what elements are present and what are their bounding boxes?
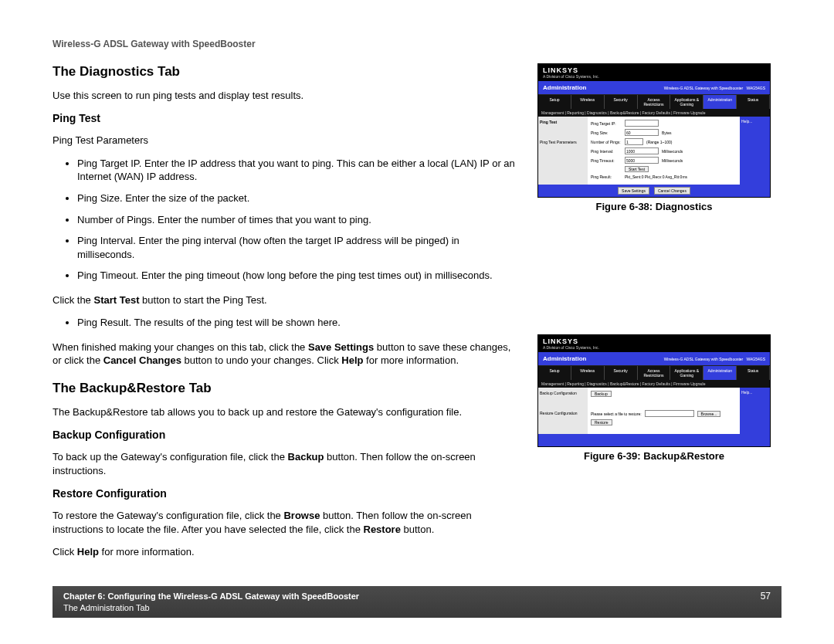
section-label: Administration — [543, 84, 586, 91]
ping-target-input[interactable] — [625, 120, 659, 127]
u: (Range 1~100) — [646, 140, 673, 144]
br-form: Backup Please select a file to restore:B… — [588, 388, 740, 434]
lbl: Ping Interval: — [591, 149, 622, 154]
tab-apps[interactable]: Applications & Gaming — [670, 95, 703, 109]
tab-wireless[interactable]: Wireless — [571, 95, 605, 109]
ping-bullets-2: Ping Result. The results of the ping tes… — [53, 316, 516, 330]
t: Cancel Changes — [103, 354, 181, 366]
save-settings-button[interactable]: Save Settings — [618, 187, 649, 195]
restore-file-input[interactable] — [645, 410, 694, 417]
panel-subtabs: Management | Reporting | Diagnostics | B… — [538, 109, 770, 117]
section-label: Administration — [543, 355, 586, 362]
t: Browse — [283, 510, 320, 521]
side-label: Backup Configuration — [540, 391, 586, 395]
panel-sidebar: Ping Test Ping Test Parameters — [538, 117, 588, 185]
tab-security[interactable]: Security — [605, 95, 638, 109]
ping-num-input[interactable] — [625, 138, 643, 145]
bullet: Ping Result. The results of the ping tes… — [77, 316, 516, 330]
t: To back up the Gateway's configuration f… — [53, 451, 288, 463]
tab-access[interactable]: Access Restrictions — [638, 95, 671, 109]
tab-status[interactable]: Status — [737, 95, 770, 109]
side-column: LINKSYS A Division of Cisco Systems, Inc… — [537, 63, 771, 568]
help-panel: Help... — [740, 388, 770, 434]
tab-wireless[interactable]: Wireless — [571, 366, 605, 380]
t: button to undo your changes. Click — [181, 354, 341, 366]
backup-button[interactable]: Backup — [591, 391, 612, 397]
tab-security[interactable]: Security — [605, 366, 638, 380]
ping-test-heading: Ping Test — [53, 111, 516, 126]
gw-name: Wireless-G ADSL Gateway with Speedbooste… — [664, 86, 744, 90]
u: Bytes — [662, 130, 672, 135]
ping-timeout-input[interactable] — [625, 157, 659, 164]
side-label: Restore Configuration — [540, 411, 586, 415]
tab-apps[interactable]: Applications & Gaming — [670, 366, 703, 380]
t: for more information. — [363, 354, 459, 366]
t: button. — [401, 524, 434, 535]
linksys-sub: A Division of Cisco Systems, Inc. — [543, 74, 765, 79]
ping-bullets-1: Ping Target IP. Enter the IP address tha… — [53, 157, 516, 283]
diagnostics-panel: LINKSYS A Division of Cisco Systems, Inc… — [537, 63, 771, 198]
diag-intro: Use this screen to run ping tests and di… — [53, 89, 516, 103]
ping-params: Ping Test Parameters — [53, 134, 516, 147]
ping-result: Pkt_Sent:0 Pkt_Recv:0 Avg_Rtt:0ms — [625, 175, 687, 179]
bullet: Ping Interval. Enter the ping interval (… — [77, 234, 516, 261]
panel-titlebar: Administration Wireless-G ADSL Gateway w… — [538, 352, 770, 365]
tab-setup[interactable]: Setup — [538, 366, 571, 380]
t: button to start the Ping Test. — [139, 294, 266, 306]
ping-size-input[interactable] — [625, 129, 659, 136]
restore-line: To restore the Gateway's configuration f… — [53, 509, 516, 536]
panel-topbar: LINKSYS A Division of Cisco Systems, Inc… — [538, 335, 770, 352]
browse-button[interactable]: Browse... — [697, 411, 721, 417]
fig39-caption: Figure 6-39: Backup&Restore — [537, 450, 771, 462]
start-test-button[interactable]: Start Test — [625, 166, 649, 172]
t: Backup — [288, 451, 324, 463]
linksys-logo: LINKSYS — [543, 66, 765, 74]
tab-access[interactable]: Access Restrictions — [638, 366, 671, 380]
restore-config-heading: Restore Configuration — [53, 486, 516, 501]
page-footer: Chapter 6: Configuring the Wireless-G AD… — [53, 586, 781, 618]
tab-administration[interactable]: Administration — [703, 366, 737, 380]
br-intro: The Backup&Restore tab allows you to bac… — [53, 405, 516, 419]
page-header: Wireless-G ADSL Gateway with SpeedBooste… — [53, 39, 781, 49]
tab-setup[interactable]: Setup — [538, 95, 571, 109]
linksys-logo: LINKSYS — [543, 337, 765, 345]
bullet: Ping Target IP. Enter the IP address tha… — [77, 157, 516, 184]
t: Start Test — [93, 294, 139, 306]
lbl: Number of Pings: — [591, 140, 622, 144]
figure-backuprestore: LINKSYS A Division of Cisco Systems, Inc… — [537, 334, 771, 462]
t: for more information. — [99, 546, 195, 558]
panel-topbar: LINKSYS A Division of Cisco Systems, Inc… — [538, 64, 770, 81]
br-title: The Backup&Restore Tab — [53, 380, 516, 398]
ping-interval-input[interactable] — [625, 147, 659, 154]
main-column: The Diagnostics Tab Use this screen to r… — [53, 63, 516, 568]
start-test-line: Click the Start Test button to start the… — [53, 293, 516, 307]
panel-bottombar: Save Settings Cancel Changes — [538, 185, 770, 197]
bullet: Number of Pings. Enter the number of tim… — [77, 213, 516, 227]
linksys-sub: A Division of Cisco Systems, Inc. — [543, 345, 765, 350]
backuprestore-panel: LINKSYS A Division of Cisco Systems, Inc… — [537, 334, 771, 447]
panel-body: Backup Configuration Restore Configurati… — [538, 388, 770, 434]
ping-form: Ping Target IP: Ping Size:Bytes Number o… — [588, 117, 740, 185]
save-settings-line: When finished making your changes on thi… — [53, 341, 516, 368]
t: Click — [53, 546, 77, 558]
bullet: Ping Timeout. Enter the ping timeout (ho… — [77, 269, 516, 283]
panel-sidebar: Backup Configuration Restore Configurati… — [538, 388, 588, 434]
lbl: Ping Size: — [591, 130, 622, 135]
bullet: Ping Size. Enter the size of the packet. — [77, 192, 516, 205]
u: Milliseconds — [662, 158, 683, 163]
t: Help — [77, 546, 99, 558]
tab-status[interactable]: Status — [737, 366, 770, 380]
fig38-caption: Figure 6-38: Diagnostics — [537, 201, 771, 212]
t: To restore the Gateway's configuration f… — [53, 510, 283, 521]
t: Save Settings — [308, 341, 374, 353]
t: Help — [341, 354, 363, 366]
model: WAG54GS — [746, 357, 765, 361]
side-sub: Ping Test Parameters — [540, 140, 586, 144]
cancel-changes-button[interactable]: Cancel Changes — [654, 187, 690, 195]
t: Restore — [364, 524, 401, 535]
panel-titlebar: Administration Wireless-G ADSL Gateway w… — [538, 81, 770, 94]
tab-administration[interactable]: Administration — [703, 95, 737, 109]
model: WAG54GS — [746, 86, 765, 90]
restore-button[interactable]: Restore — [591, 419, 612, 425]
diag-title: The Diagnostics Tab — [53, 63, 516, 81]
